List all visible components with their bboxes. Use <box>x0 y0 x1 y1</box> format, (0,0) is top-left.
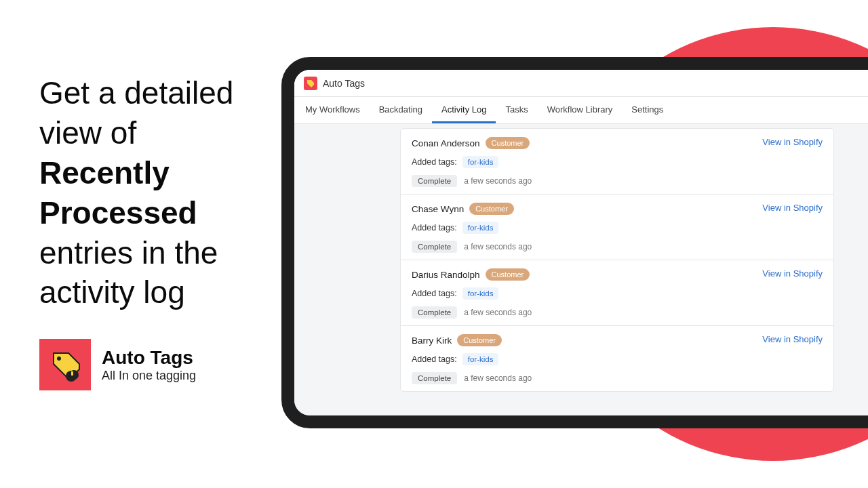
svg-point-2 <box>69 370 79 380</box>
tab-label: Tasks <box>505 104 528 115</box>
brand-tagline: All In one tagging <box>102 369 196 383</box>
view-in-shopify-link[interactable]: View in Shopify <box>762 137 823 147</box>
customer-badge: Customer <box>469 203 514 215</box>
tab-tasks[interactable]: Tasks <box>496 97 537 123</box>
app-header: Auto Tags by Leap App <box>294 70 868 97</box>
time-ago: a few seconds ago <box>464 308 532 317</box>
activity-entry: Conan Anderson Customer View in Shopify … <box>401 129 833 195</box>
device-frame: Auto Tags by Leap App My Workflows Backd… <box>281 57 868 428</box>
svg-marker-4 <box>307 80 314 87</box>
time-ago: a few seconds ago <box>464 373 532 383</box>
status-pill: Complete <box>412 241 457 253</box>
app-logo-icon <box>304 77 317 90</box>
tag-chip: for-kids <box>462 222 499 234</box>
tag-chip: for-kids <box>462 156 499 168</box>
tab-workflow-library[interactable]: Workflow Library <box>538 97 623 123</box>
activity-entry: Barry Kirk Customer View in Shopify Adde… <box>401 326 833 391</box>
tab-my-workflows[interactable]: My Workflows <box>296 97 370 123</box>
activity-log-list: Conan Anderson Customer View in Shopify … <box>400 128 834 392</box>
added-tags-label: Added tags: <box>412 157 457 167</box>
app-window: Auto Tags by Leap App My Workflows Backd… <box>294 70 868 415</box>
activity-entry: Darius Randolph Customer View in Shopify… <box>401 260 833 326</box>
brand-text: Auto Tags All In one tagging <box>102 347 196 383</box>
entry-name: Conan Anderson <box>412 138 480 148</box>
view-in-shopify-link[interactable]: View in Shopify <box>762 268 823 279</box>
tab-bar: My Workflows Backdating Activity Log Tas… <box>294 97 868 124</box>
tab-settings[interactable]: Settings <box>622 97 673 123</box>
entry-name: Darius Randolph <box>412 270 480 280</box>
added-tags-label: Added tags: <box>412 223 457 232</box>
customer-badge: Customer <box>486 137 530 149</box>
headline-part3: entries in the activity log <box>39 235 218 310</box>
tab-label: Settings <box>631 104 663 115</box>
view-in-shopify-link[interactable]: View in Shopify <box>762 334 823 344</box>
tag-chip: for-kids <box>462 353 499 365</box>
brand-name: Auto Tags <box>102 347 196 369</box>
time-ago: a few seconds ago <box>464 242 532 251</box>
entry-name: Chase Wynn <box>412 204 464 214</box>
status-pill: Complete <box>412 306 457 319</box>
tab-label: Workflow Library <box>547 104 613 115</box>
added-tags-label: Added tags: <box>412 289 457 298</box>
status-pill: Complete <box>412 372 457 384</box>
status-pill: Complete <box>412 175 457 187</box>
tab-label: My Workflows <box>305 104 360 115</box>
entry-name: Barry Kirk <box>412 336 452 346</box>
tab-label: Activity Log <box>441 104 486 115</box>
tab-label: Backdating <box>379 104 422 115</box>
added-tags-label: Added tags: <box>412 354 457 364</box>
headline: Get a detailed view of Recently Processe… <box>39 73 270 312</box>
svg-rect-3 <box>71 371 73 375</box>
tab-backdating[interactable]: Backdating <box>370 97 432 123</box>
brand-block: Auto Tags All In one tagging <box>39 339 196 390</box>
customer-badge: Customer <box>486 268 530 281</box>
customer-badge: Customer <box>457 334 502 346</box>
tag-chip: for-kids <box>462 287 499 300</box>
headline-bold: Recently Processed <box>39 155 197 230</box>
time-ago: a few seconds ago <box>464 176 532 186</box>
view-in-shopify-link[interactable]: View in Shopify <box>762 203 823 213</box>
tab-activity-log[interactable]: Activity Log <box>432 97 496 123</box>
svg-point-1 <box>57 357 61 361</box>
marketing-copy: Get a detailed view of Recently Processe… <box>39 73 270 312</box>
brand-app-icon <box>39 339 91 390</box>
activity-entry: Chase Wynn Customer View in Shopify Adde… <box>401 195 833 260</box>
app-title: Auto Tags <box>323 78 365 89</box>
headline-part1: Get a detailed view of <box>39 75 233 150</box>
